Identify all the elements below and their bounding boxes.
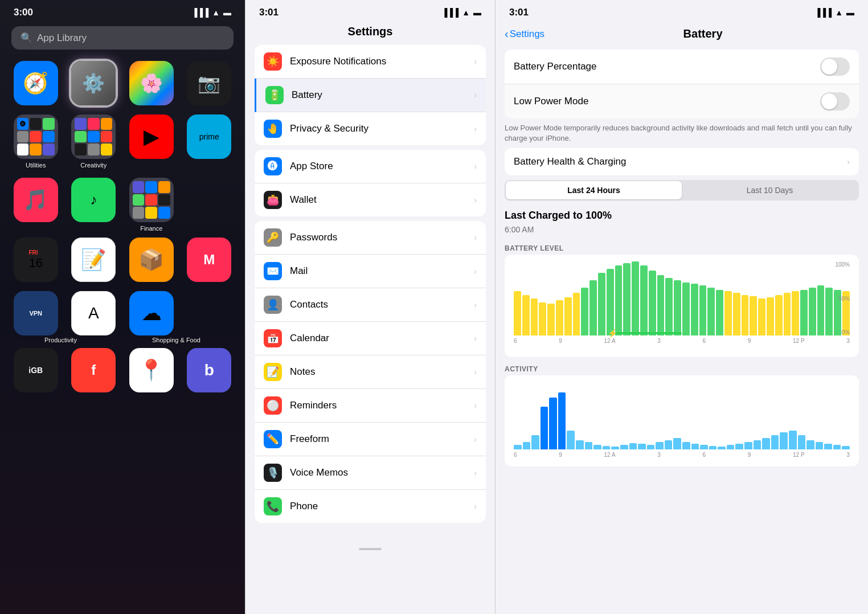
activity-header: ACTIVITY <box>496 362 868 375</box>
utilities-folder[interactable]: 🅐 <box>14 114 58 159</box>
list-item[interactable]: 📦 <box>127 238 176 282</box>
activity-bar <box>673 438 681 449</box>
battery-bar <box>547 304 555 335</box>
search-placeholder: App Library <box>37 32 87 44</box>
chevron-icon: › <box>474 300 477 309</box>
back-button[interactable]: ‹ Settings <box>505 27 544 40</box>
list-item[interactable]: VPN <box>11 291 60 335</box>
segment-last-10d[interactable]: Last 10 Days <box>682 181 858 199</box>
list-item[interactable]: 📍 <box>127 348 176 392</box>
app-library-search[interactable]: 🔍 App Library <box>11 26 234 50</box>
list-item[interactable]: ☁ <box>127 291 176 335</box>
wallet-label: Wallet <box>290 194 466 206</box>
activity-bar <box>638 444 646 449</box>
list-item[interactable]: 🅐 Utilities <box>11 114 60 169</box>
battery-bar <box>589 280 597 336</box>
chevron-icon: › <box>474 195 477 204</box>
status-bar-battery: 3:01 ▐▐▐ ▲ ▬ <box>496 0 868 21</box>
low-power-mode-toggle[interactable] <box>820 92 850 110</box>
sidebar-item-calendar[interactable]: 📅 Calendar › <box>255 322 486 355</box>
battery-bar <box>665 278 673 335</box>
exposure-icon: ☀️ <box>264 52 282 71</box>
list-item[interactable]: ⚙️ <box>69 61 118 105</box>
y-label-100: 100% <box>835 261 850 268</box>
wifi-icon: ▲ <box>462 8 470 17</box>
settings-panel: 3:01 ▐▐▐ ▲ ▬ Settings ☀️ Exposure Notifi… <box>245 0 496 614</box>
folder-label: Finance <box>140 225 162 232</box>
signal-icon: ▐▐▐ <box>441 8 458 17</box>
battery-bar <box>767 297 774 336</box>
battery-bar <box>691 284 698 335</box>
battery-status-icons: ▐▐▐ ▲ ▬ <box>814 8 854 17</box>
list-item[interactable]: f <box>69 348 118 392</box>
voicememos-label: Voice Memos <box>290 467 466 478</box>
mail-icon: ✉️ <box>264 262 282 280</box>
finance-folder[interactable] <box>129 178 174 222</box>
activity-bar <box>541 407 548 449</box>
sidebar-item-freeform[interactable]: ✏️ Freeform › <box>255 423 486 456</box>
battery-percentage-label: Battery Percentage <box>514 61 813 72</box>
activity-bar <box>665 440 673 450</box>
activity-bar <box>816 442 824 449</box>
time-segment-control[interactable]: Last 24 Hours Last 10 Days <box>505 180 859 200</box>
battery-bar <box>682 283 690 336</box>
sidebar-item-notes[interactable]: 📝 Notes › <box>255 355 486 389</box>
app-grid: 🧭 ⚙️ 🌸 📷 🅐 <box>0 55 245 238</box>
byju-icon: b <box>204 361 214 379</box>
battery-bar <box>649 271 656 335</box>
battery-health-row[interactable]: Battery Health & Charging › <box>505 148 859 175</box>
sidebar-item-mail[interactable]: ✉️ Mail › <box>255 255 486 288</box>
chevron-icon: › <box>474 233 477 242</box>
list-item[interactable]: 🧭 <box>11 61 60 105</box>
segment-last-24h[interactable]: Last 24 Hours <box>506 181 682 199</box>
sidebar-item-battery[interactable]: 🔋 Battery › <box>255 79 486 112</box>
list-item[interactable]: b <box>185 348 234 392</box>
settings-section-top: ☀️ Exposure Notifications › 🔋 Battery › … <box>255 45 486 145</box>
sidebar-item-passwords[interactable]: 🔑 Passwords › <box>255 221 486 255</box>
battery-percentage-row: Battery Percentage <box>505 50 859 84</box>
wallet-icon: 👛 <box>264 191 282 209</box>
activity-bar <box>549 398 557 450</box>
sidebar-item-privacy[interactable]: 🤚 Privacy & Security › <box>255 112 486 145</box>
activity-bar <box>744 442 752 449</box>
list-item[interactable]: 🌸 <box>127 61 176 105</box>
sidebar-item-wallet[interactable]: 👛 Wallet › <box>255 183 486 216</box>
list-item[interactable]: FRI 16 <box>11 238 60 282</box>
battery-level-chart: 6912 A36912 P3 100% 50% 0% ⚡ <box>505 255 859 357</box>
list-item[interactable]: Creativity <box>69 114 118 169</box>
battery-bar <box>724 291 732 335</box>
list-item[interactable]: prime <box>185 114 234 169</box>
list-item[interactable]: Finance <box>127 178 176 232</box>
sidebar-item-voicememos[interactable]: 🎙️ Voice Memos › <box>255 456 486 490</box>
mail-label: Mail <box>290 265 466 277</box>
chart-x-labels: 6912 A36912 P3 <box>514 338 850 344</box>
list-item[interactable]: ▶ <box>127 114 176 169</box>
battery-percentage-toggle[interactable] <box>820 58 850 76</box>
notes-label: Notes <box>290 366 466 378</box>
folder-label-productivity: Productivity <box>44 337 77 343</box>
settings-title: Settings <box>245 21 495 45</box>
list-item[interactable]: M <box>185 238 234 282</box>
settings-time: 3:01 <box>259 7 279 18</box>
home-time: 3:00 <box>14 7 33 18</box>
list-item[interactable]: ♪ <box>69 178 118 232</box>
battery-bar <box>775 295 783 336</box>
battery-icon: ▬ <box>846 8 854 17</box>
sidebar-item-contacts[interactable]: 👤 Contacts › <box>255 288 486 322</box>
sidebar-item-phone[interactable]: 📞 Phone › <box>255 490 486 523</box>
sidebar-item-reminders[interactable]: ⚪ Reminders › <box>255 389 486 423</box>
sidebar-item-appstore[interactable]: 🅐 App Store › <box>255 150 486 183</box>
charging-bolt-icon: ⚡ <box>608 329 617 338</box>
activity-bar <box>656 442 664 449</box>
battery-bar <box>674 280 681 336</box>
list-item[interactable]: 📷 <box>185 61 234 105</box>
battery-bar <box>800 290 808 336</box>
list-item[interactable]: 📝 <box>69 238 118 282</box>
list-item[interactable]: iGB <box>11 348 60 392</box>
battery-bar <box>564 297 572 336</box>
toggle-knob <box>821 59 837 75</box>
list-item[interactable]: 🎵 <box>11 178 60 232</box>
creativity-folder[interactable] <box>71 114 116 159</box>
sidebar-item-exposure[interactable]: ☀️ Exposure Notifications › <box>255 45 486 79</box>
list-item[interactable]: A <box>69 291 118 335</box>
